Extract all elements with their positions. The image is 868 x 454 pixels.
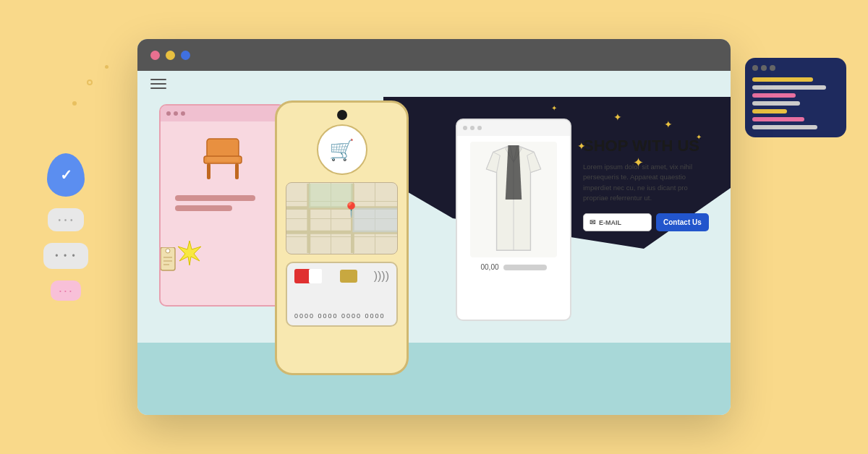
- hamburger-line-2: [150, 83, 166, 85]
- map-area: 📍: [286, 182, 398, 254]
- card-logo-white: [309, 269, 322, 283]
- map-roads: [286, 183, 397, 254]
- shop-description: Lorem ipsum dolor sit amet, vix nihil pe…: [583, 162, 712, 203]
- code-line-7: [752, 125, 817, 129]
- code-line-6: [752, 117, 804, 121]
- browser-content: ✦ ✦ ✦ ✦ ✦ ✦ ✦ ✦: [137, 97, 731, 415]
- phone-notch: [337, 110, 347, 120]
- decorative-dot-3: [105, 65, 109, 69]
- contact-us-button[interactable]: Contact Us: [656, 213, 709, 231]
- clothing-window: 00,00: [456, 119, 571, 321]
- shop-heading: SHOP WITH US: [583, 137, 712, 155]
- email-placeholder: E-MAIL: [599, 219, 621, 226]
- clothing-dot-3: [477, 126, 482, 130]
- card-top: )))): [294, 269, 389, 283]
- star-5: ✦: [551, 104, 557, 112]
- clothing-price-row: 00,00: [480, 263, 546, 271]
- code-dot-3: [770, 65, 775, 71]
- browser-window: ✦ ✦ ✦ ✦ ✦ ✦ ✦ ✦: [137, 39, 731, 415]
- email-row: ✉ E-MAIL Contact Us: [583, 213, 712, 231]
- clothing-price-bar: [503, 265, 547, 270]
- shop-dot-2: [174, 111, 178, 116]
- svg-rect-3: [235, 163, 239, 179]
- code-widget: [745, 58, 846, 137]
- browser-maximize-btn[interactable]: [181, 51, 190, 60]
- shop-lines: [169, 195, 276, 211]
- chat-bubble-2: [43, 243, 88, 269]
- shop-dot-3: [181, 111, 185, 116]
- browser-minimize-btn[interactable]: [166, 51, 175, 60]
- shop-line-1: [175, 195, 255, 201]
- shield-icon: [47, 153, 85, 197]
- code-line-5: [752, 109, 787, 113]
- clothing-titlebar: [457, 120, 570, 136]
- mobile-phone: 🛒: [275, 100, 409, 375]
- burst-icon: [176, 239, 203, 265]
- code-widget-dots: [752, 65, 839, 71]
- browser-close-btn[interactable]: [150, 51, 160, 60]
- code-dot-1: [752, 65, 758, 71]
- clothing-price: 00,00: [480, 263, 498, 271]
- shop-window-titlebar: [161, 106, 284, 121]
- shop-line-2: [175, 205, 232, 211]
- clothing-dot-2: [470, 126, 475, 130]
- card-nfc-icon: )))): [374, 270, 389, 283]
- left-decorations: [43, 153, 88, 301]
- svg-point-6: [166, 249, 170, 253]
- shop-dot-1: [166, 111, 171, 116]
- email-icon: ✉: [590, 218, 595, 226]
- clothing-dot-1: [463, 126, 467, 130]
- chair-illustration: [194, 130, 252, 188]
- cart-circle: 🛒: [317, 124, 367, 175]
- decorative-dot-2: [72, 101, 77, 106]
- browser-titlebar: [137, 39, 731, 71]
- map-pin-icon: 📍: [342, 201, 360, 218]
- credit-card: )))) 0000 0000 0000 0000: [286, 262, 398, 327]
- code-line-1: [752, 77, 813, 82]
- hamburger-line-1: [150, 79, 166, 80]
- code-dot-2: [761, 65, 767, 71]
- svg-marker-10: [178, 241, 201, 265]
- chat-bubble-3: [51, 280, 81, 301]
- right-panel: SHOP WITH US Lorem ipsum dolor sit amet,…: [571, 126, 723, 243]
- svg-rect-4: [207, 157, 239, 161]
- code-line-3: [752, 93, 796, 98]
- email-input-field[interactable]: ✉ E-MAIL: [583, 213, 652, 231]
- shirt-area: [470, 142, 557, 257]
- star-2: ✦: [613, 111, 622, 123]
- code-line-4: [752, 101, 800, 106]
- shop-window-content: [161, 121, 284, 220]
- hamburger-icon[interactable]: [150, 79, 166, 89]
- clothing-content: 00,00: [457, 136, 570, 277]
- hamburger-line-3: [150, 87, 166, 89]
- code-line-2: [752, 85, 826, 90]
- cart-icon: 🛒: [329, 138, 354, 162]
- card-logo-red: [294, 269, 316, 283]
- floor: [137, 343, 731, 415]
- card-number: 0000 0000 0000 0000: [294, 312, 389, 320]
- chat-bubble-1: [48, 208, 84, 231]
- shirt-illustration: [477, 145, 550, 254]
- card-logo: [294, 269, 323, 283]
- svg-rect-2: [207, 163, 210, 179]
- phone-content: 🛒: [277, 103, 407, 335]
- decorative-dot-1: [87, 80, 93, 85]
- card-chip: [340, 270, 357, 283]
- browser-menubar: [137, 71, 731, 97]
- price-tag-icon: [159, 247, 179, 276]
- shop-window-pink: [159, 104, 286, 307]
